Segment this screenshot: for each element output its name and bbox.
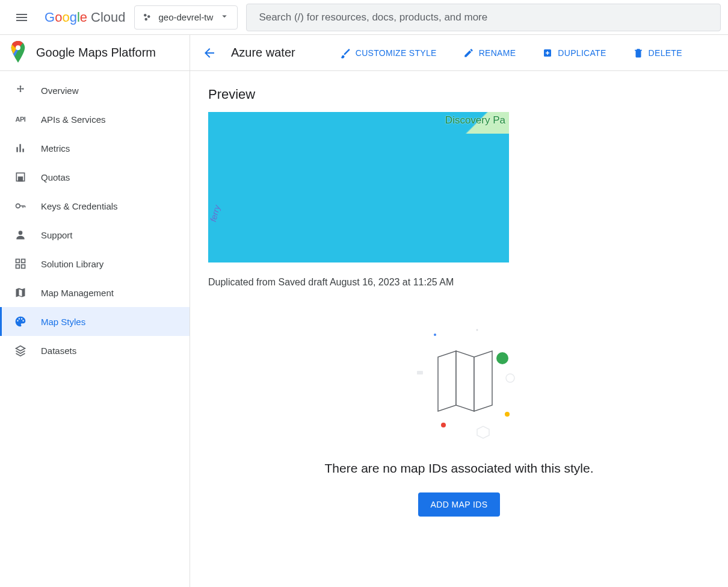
sidebar-item-map-styles[interactable]: Map Styles	[0, 307, 190, 336]
map-preview: Discovery Pa ferry	[208, 112, 509, 262]
bar-chart-icon	[13, 141, 28, 155]
svg-point-3	[16, 45, 20, 50]
svg-rect-18	[417, 371, 423, 374]
rename-button[interactable]: RENAME	[457, 43, 522, 63]
sidebar-item-apis[interactable]: API APIs & Services	[0, 105, 190, 134]
key-icon	[13, 199, 28, 213]
duplicate-icon	[542, 48, 553, 58]
api-icon: API	[13, 112, 28, 126]
sidebar-item-keys[interactable]: Keys & Credentials	[0, 191, 190, 220]
duplicate-button[interactable]: DUPLICATE	[536, 43, 612, 63]
search-input[interactable]	[259, 11, 708, 23]
sidebar-item-datasets[interactable]: Datasets	[0, 336, 190, 365]
sidebar: Google Maps Platform Overview API APIs &…	[0, 35, 190, 587]
sidebar-item-label: Map Styles	[41, 317, 85, 327]
sidebar-item-label: Datasets	[41, 346, 76, 356]
google-cloud-logo[interactable]: Google Cloud	[45, 10, 126, 25]
layers-icon	[13, 343, 28, 358]
person-icon	[13, 228, 28, 242]
brush-icon	[340, 48, 351, 58]
svg-point-19	[496, 352, 508, 364]
sidebar-item-label: Overview	[41, 85, 79, 96]
add-map-ids-button[interactable]: ADD MAP IDS	[418, 492, 499, 517]
svg-point-20	[506, 374, 514, 382]
product-header[interactable]: Google Maps Platform	[0, 35, 190, 71]
svg-rect-14	[22, 265, 25, 269]
delete-button[interactable]: DELETE	[627, 43, 688, 63]
main-content: Azure water CUSTOMIZE STYLE RENAME DUPLI…	[190, 35, 728, 587]
preview-heading: Preview	[208, 87, 710, 102]
svg-rect-6	[22, 149, 24, 152]
sidebar-item-label: Solution Library	[41, 259, 103, 269]
project-picker[interactable]: geo-devrel-tw	[134, 5, 238, 30]
svg-point-10	[19, 231, 23, 235]
svg-point-16	[434, 334, 436, 336]
svg-point-0	[144, 14, 147, 17]
move-icon	[13, 83, 28, 98]
logo-suffix: Cloud	[91, 10, 125, 25]
topbar: Google Cloud geo-devrel-tw	[0, 0, 728, 35]
svg-point-17	[477, 329, 478, 331]
sidebar-item-map-management[interactable]: Map Management	[0, 278, 190, 307]
sidebar-item-quotas[interactable]: Quotas	[0, 163, 190, 191]
sidebar-item-label: Map Management	[41, 288, 114, 298]
sidebar-item-solution-library[interactable]: Solution Library	[0, 249, 190, 278]
svg-point-21	[505, 412, 510, 417]
chevron-down-icon	[219, 11, 230, 23]
sidebar-item-label: Metrics	[41, 143, 70, 154]
maps-pin-icon	[10, 41, 26, 65]
svg-rect-13	[16, 265, 20, 269]
park-label: Discovery Pa	[445, 114, 505, 126]
sidebar-item-overview[interactable]: Overview	[0, 76, 190, 105]
svg-rect-11	[16, 259, 20, 263]
empty-state-text: There are no map IDs associated with thi…	[324, 461, 593, 476]
sidebar-item-label: Quotas	[41, 172, 70, 182]
palette-icon	[13, 314, 28, 329]
empty-state: There are no map IDs associated with thi…	[208, 324, 710, 517]
map-icon	[13, 285, 28, 300]
svg-rect-8	[19, 177, 23, 181]
project-name: geo-devrel-tw	[159, 12, 214, 22]
detail-header: Azure water CUSTOMIZE STYLE RENAME DUPLI…	[190, 35, 728, 71]
preview-caption: Duplicated from Saved draft August 16, 2…	[208, 277, 710, 288]
sidebar-item-label: Keys & Credentials	[41, 201, 118, 211]
svg-point-9	[16, 204, 20, 208]
svg-rect-4	[16, 147, 18, 152]
svg-marker-23	[477, 426, 489, 438]
hamburger-menu-button[interactable]	[7, 3, 36, 32]
sidebar-item-label: APIs & Services	[41, 114, 106, 125]
widgets-icon	[13, 256, 28, 271]
search-bar[interactable]	[246, 4, 721, 31]
trash-icon	[633, 48, 644, 58]
pencil-icon	[463, 48, 474, 58]
project-icon	[142, 12, 153, 23]
ferry-label: ferry	[208, 204, 222, 223]
svg-rect-5	[19, 144, 21, 152]
sidebar-item-label: Support	[41, 230, 73, 240]
sidebar-item-metrics[interactable]: Metrics	[0, 134, 190, 163]
style-name: Azure water	[231, 46, 295, 60]
svg-point-22	[441, 423, 446, 427]
svg-point-1	[147, 15, 150, 18]
customize-style-button[interactable]: CUSTOMIZE STYLE	[334, 43, 443, 63]
svg-point-2	[144, 17, 147, 20]
product-title: Google Maps Platform	[36, 46, 156, 60]
sidebar-item-support[interactable]: Support	[0, 220, 190, 249]
sidebar-nav: Overview API APIs & Services Metrics Quo…	[0, 71, 190, 365]
empty-map-illustration	[399, 324, 519, 444]
quota-icon	[13, 170, 28, 184]
svg-rect-12	[22, 259, 25, 263]
back-button[interactable]	[202, 46, 217, 60]
